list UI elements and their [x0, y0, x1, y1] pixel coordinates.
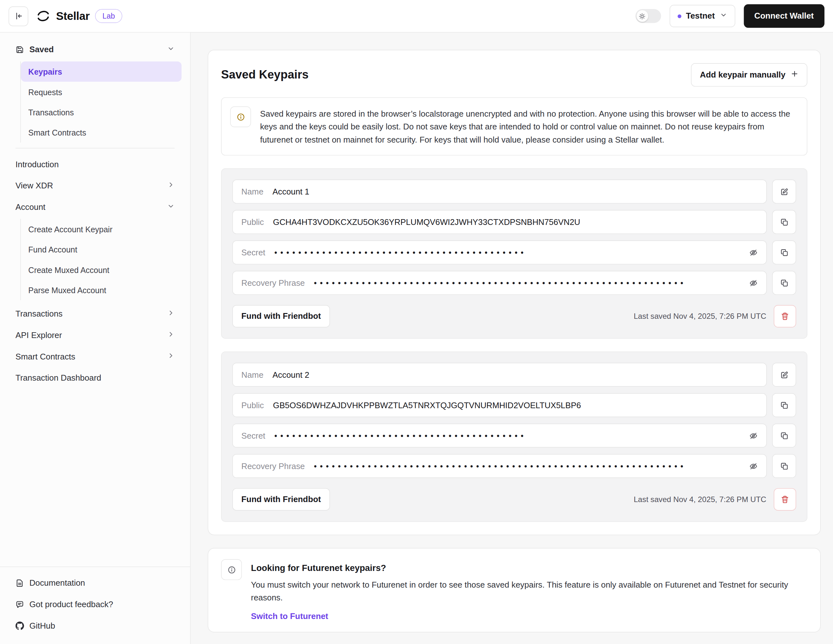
copy-public-button[interactable] [772, 393, 796, 417]
sidebar-item-saved-smart-contracts[interactable]: Smart Contracts [21, 122, 182, 143]
sidebar-item-create-muxed-account[interactable]: Create Muxed Account [21, 259, 182, 280]
sidebar-item-smart-contracts[interactable]: Smart Contracts [9, 346, 182, 367]
info-icon [221, 559, 242, 580]
futurenet-note-body: You must switch your network to Futurene… [251, 579, 801, 604]
saved-label: Saved [29, 45, 54, 55]
chevron-right-icon [167, 181, 175, 191]
sidebar-item-account[interactable]: Account [9, 196, 182, 218]
public-key-value: GCHA4HT3VODKCXZU5OK36YRPLUMQV6WI2JWHY33C… [273, 217, 580, 227]
sidebar-footer: Documentation Got product feedback? GitH… [0, 567, 190, 636]
name-field[interactable]: Name Account 1 [232, 180, 767, 204]
eye-off-icon[interactable] [749, 462, 758, 471]
eye-off-icon[interactable] [749, 279, 758, 287]
saved-sub-list: Keypairs Requests Transactions Smart Con… [20, 61, 181, 143]
copy-secret-button[interactable] [772, 423, 796, 448]
eye-off-icon[interactable] [749, 248, 758, 257]
sidebar-item-feedback[interactable]: Got product feedback? [9, 594, 182, 615]
name-field[interactable]: Name Account 2 [232, 363, 767, 387]
name-value: Account 2 [273, 370, 309, 380]
github-icon [15, 621, 24, 630]
copy-public-button[interactable] [772, 210, 796, 234]
chevron-down-icon [720, 11, 727, 21]
secret-key-field[interactable]: Secret •••••••••••••••••••••••••••••••••… [232, 423, 767, 448]
copy-icon [780, 248, 788, 257]
chevron-right-icon [167, 352, 175, 361]
sidebar-item-create-account-keypair[interactable]: Create Account Keypair [21, 219, 182, 239]
saved-keypairs-card: Saved Keypairs Add keypair manually Save… [207, 50, 820, 535]
sidebar-item-introduction[interactable]: Introduction [9, 154, 182, 175]
sidebar-divider [15, 148, 175, 149]
stellar-lab-app: Stellar Lab Testnet Connect Wallet Saved [0, 0, 833, 644]
public-key-field[interactable]: Public GB5OS6DWHZAJDVHKPPBWZTLA5TNRXTQJG… [232, 393, 767, 417]
edit-icon [780, 187, 788, 196]
sidebar-item-saved[interactable]: Saved [9, 39, 182, 61]
brand-name: Stellar [56, 10, 90, 23]
sidebar-item-view-xdr[interactable]: View XDR [9, 175, 182, 197]
copy-secret-button[interactable] [772, 241, 796, 265]
brand: Stellar Lab [36, 9, 122, 24]
trash-icon [781, 495, 790, 504]
stellar-logo-icon [36, 9, 51, 24]
public-key-value: GB5OS6DWHZAJDVHKPPBWZTLA5TNRXTQJGQTVNURM… [273, 401, 581, 410]
network-label: Testnet [686, 11, 715, 21]
account-sub-list: Create Account Keypair Fund Account Crea… [20, 219, 181, 300]
sidebar-item-github[interactable]: GitHub [9, 615, 182, 637]
futurenet-note-title: Looking for Futurenet keypairs? [251, 563, 801, 573]
edit-name-button[interactable] [772, 180, 796, 204]
collapse-sidebar-button[interactable] [9, 6, 29, 26]
edit-name-button[interactable] [772, 363, 796, 387]
network-selector[interactable]: Testnet [669, 5, 735, 27]
delete-keypair-button[interactable] [774, 488, 796, 511]
sidebar-item-saved-transactions[interactable]: Transactions [21, 102, 182, 122]
copy-icon [780, 462, 788, 471]
save-icon [15, 45, 24, 54]
recovery-phrase-field[interactable]: Recovery Phrase ••••••••••••••••••••••••… [232, 454, 767, 478]
copy-icon [780, 279, 788, 287]
copy-icon [780, 431, 788, 440]
sidebar-item-transaction-dashboard[interactable]: Transaction Dashboard [9, 367, 182, 389]
sidebar-item-keypairs[interactable]: Keypairs [21, 61, 182, 82]
copy-recovery-button[interactable] [772, 454, 796, 478]
sidebar: Saved Keypairs Requests Transactions Sma… [0, 33, 191, 644]
plus-icon [791, 70, 798, 79]
name-value: Account 1 [273, 187, 309, 196]
copy-icon [780, 218, 788, 227]
sidebar-item-api-explorer[interactable]: API Explorer [9, 325, 182, 346]
sidebar-item-requests[interactable]: Requests [21, 82, 182, 102]
secret-key-masked: ••••••••••••••••••••••••••••••••••••••••… [274, 248, 527, 257]
trash-icon [781, 312, 790, 321]
warning-text: Saved keypairs are stored in the browser… [260, 107, 798, 147]
futurenet-note-card: Looking for Futurenet keypairs? You must… [207, 548, 820, 633]
fund-with-friendbot-button[interactable]: Fund with Friendbot [232, 305, 330, 327]
chat-icon [15, 600, 24, 609]
sidebar-item-parse-muxed-account[interactable]: Parse Muxed Account [21, 280, 182, 300]
copy-recovery-button[interactable] [772, 271, 796, 295]
connect-wallet-button[interactable]: Connect Wallet [744, 4, 824, 27]
public-key-field[interactable]: Public GCHA4HT3VODKCXZU5OK36YRPLUMQV6WI2… [232, 210, 767, 234]
warning-alert: Saved keypairs are stored in the browser… [221, 97, 807, 155]
fund-with-friendbot-button[interactable]: Fund with Friendbot [232, 488, 330, 511]
last-saved-text: Last saved Nov 4, 2025, 7:26 PM UTC [634, 312, 766, 321]
chevron-right-icon [167, 309, 175, 319]
secret-key-masked: ••••••••••••••••••••••••••••••••••••••••… [274, 431, 527, 440]
recovery-phrase-field[interactable]: Recovery Phrase ••••••••••••••••••••••••… [232, 271, 767, 295]
sidebar-item-documentation[interactable]: Documentation [9, 573, 182, 594]
sidebar-item-fund-account[interactable]: Fund Account [21, 239, 182, 259]
eye-off-icon[interactable] [749, 431, 758, 440]
network-status-dot [677, 14, 681, 18]
delete-keypair-button[interactable] [774, 305, 796, 327]
secret-key-field[interactable]: Secret •••••••••••••••••••••••••••••••••… [232, 241, 767, 265]
switch-to-futurenet-link[interactable]: Switch to Futurenet [251, 612, 328, 621]
main-content: Saved Keypairs Add keypair manually Save… [191, 33, 833, 644]
sidebar-item-transactions[interactable]: Transactions [9, 303, 182, 325]
recovery-phrase-masked: ••••••••••••••••••••••••••••••••••••••••… [314, 462, 687, 471]
page-title: Saved Keypairs [221, 68, 309, 82]
document-icon [15, 579, 24, 588]
last-saved-text: Last saved Nov 4, 2025, 7:26 PM UTC [634, 495, 766, 504]
edit-icon [780, 371, 788, 379]
add-keypair-button[interactable]: Add keypair manually [691, 63, 807, 87]
sun-icon [636, 10, 648, 22]
header: Stellar Lab Testnet Connect Wallet [0, 0, 833, 33]
lab-badge: Lab [95, 9, 122, 23]
theme-toggle[interactable] [635, 9, 661, 23]
